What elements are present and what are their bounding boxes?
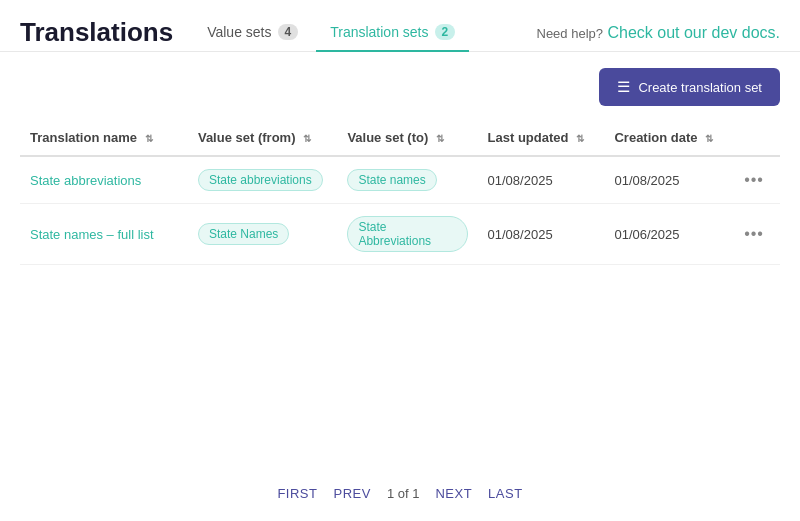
create-translation-set-button[interactable]: ☰ Create translation set [599, 68, 780, 106]
tab-translation-sets-label: Translation sets [330, 24, 428, 40]
translation-name-link-0[interactable]: State abbreviations [30, 173, 141, 188]
table-row: State names – full list State Names Stat… [20, 204, 780, 265]
toolbar: ☰ Create translation set [0, 52, 800, 122]
row-more-button-1[interactable]: ••• [738, 223, 770, 245]
col-header-updated[interactable]: Last updated ⇅ [478, 122, 605, 156]
col-header-actions [728, 122, 780, 156]
cell-to-1: State Abbreviations [337, 204, 477, 265]
col-header-from[interactable]: Value set (from) ⇅ [188, 122, 337, 156]
create-button-icon: ☰ [617, 78, 630, 96]
value-set-from-tag-0[interactable]: State abbreviations [198, 169, 323, 191]
table-row: State abbreviations State abbreviations … [20, 156, 780, 204]
sort-icon-to: ⇅ [436, 133, 444, 144]
header: Translations Value sets 4 Translation se… [0, 0, 800, 52]
translation-name-link-1[interactable]: State names – full list [30, 227, 154, 242]
page-title: Translations [20, 17, 173, 48]
tab-value-sets-count: 4 [278, 24, 299, 40]
cell-from-0: State abbreviations [188, 156, 337, 204]
cell-name-0: State abbreviations [20, 156, 188, 204]
cell-actions-0: ••• [728, 156, 780, 204]
cell-actions-1: ••• [728, 204, 780, 265]
cell-from-1: State Names [188, 204, 337, 265]
table-header-row: Translation name ⇅ Value set (from) ⇅ Va… [20, 122, 780, 156]
row-more-button-0[interactable]: ••• [738, 169, 770, 191]
cell-name-1: State names – full list [20, 204, 188, 265]
cell-updated-0: 01/08/2025 [478, 156, 605, 204]
help-link[interactable]: Check out our dev docs. [607, 24, 780, 41]
pagination-info: 1 of 1 [387, 486, 420, 501]
table-container: Translation name ⇅ Value set (from) ⇅ Va… [0, 122, 800, 265]
pagination-last-button[interactable]: LAST [488, 486, 523, 501]
pagination-prev-button[interactable]: PREV [333, 486, 370, 501]
help-section: Need help? Check out our dev docs. [537, 24, 781, 42]
tab-translation-sets-count: 2 [435, 24, 456, 40]
value-set-to-tag-0[interactable]: State names [347, 169, 436, 191]
pagination-first-button[interactable]: FIRST [277, 486, 317, 501]
col-header-name[interactable]: Translation name ⇅ [20, 122, 188, 156]
translations-table: Translation name ⇅ Value set (from) ⇅ Va… [20, 122, 780, 265]
cell-created-0: 01/08/2025 [604, 156, 728, 204]
col-header-to[interactable]: Value set (to) ⇅ [337, 122, 477, 156]
sort-icon-name: ⇅ [145, 133, 153, 144]
tab-value-sets[interactable]: Value sets 4 [193, 14, 312, 52]
col-header-created[interactable]: Creation date ⇅ [604, 122, 728, 156]
value-set-to-tag-1[interactable]: State Abbreviations [347, 216, 467, 252]
tab-value-sets-label: Value sets [207, 24, 271, 40]
cell-updated-1: 01/08/2025 [478, 204, 605, 265]
help-text: Need help? [537, 26, 604, 41]
tab-translation-sets[interactable]: Translation sets 2 [316, 14, 469, 52]
value-set-from-tag-1[interactable]: State Names [198, 223, 289, 245]
sort-icon-updated: ⇅ [576, 133, 584, 144]
pagination-next-button[interactable]: NEXT [435, 486, 472, 501]
sort-icon-from: ⇅ [303, 133, 311, 144]
sort-icon-created: ⇅ [705, 133, 713, 144]
create-button-label: Create translation set [638, 80, 762, 95]
pagination: FIRST PREV 1 of 1 NEXT LAST [0, 486, 800, 501]
cell-created-1: 01/06/2025 [604, 204, 728, 265]
cell-to-0: State names [337, 156, 477, 204]
tabs: Value sets 4 Translation sets 2 [193, 14, 536, 51]
